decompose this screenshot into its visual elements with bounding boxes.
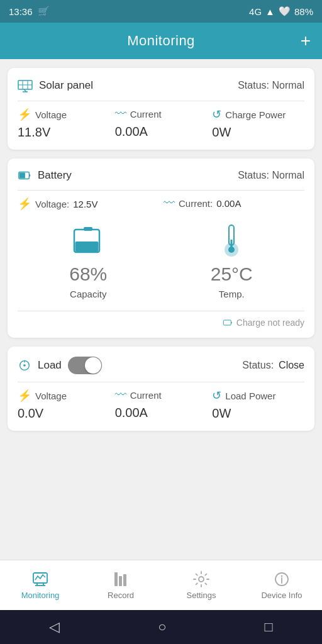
load-power-icon: ↺ bbox=[212, 389, 221, 402]
battery-icon: 🤍 bbox=[279, 6, 291, 17]
load-voltage-metric: ⚡ Voltage 0.0V bbox=[18, 389, 110, 421]
page-title: Monitoring bbox=[127, 33, 195, 49]
battery-divider-2 bbox=[18, 311, 304, 311]
back-button[interactable]: ◁ bbox=[36, 614, 72, 640]
record-nav-icon bbox=[112, 570, 130, 588]
load-power-label: Load Power bbox=[225, 391, 275, 401]
toggle-knob bbox=[85, 357, 101, 374]
battery-temp-value: 25°C bbox=[211, 264, 253, 285]
battery-card: Battery Status: Normal ⚡ Voltage: 12.5V … bbox=[8, 158, 314, 338]
svg-rect-7 bbox=[29, 174, 30, 177]
solar-charge-value: 0W bbox=[212, 125, 231, 140]
bolt-icon: ⚡ bbox=[18, 108, 31, 121]
settings-nav-icon bbox=[192, 570, 210, 588]
svg-rect-8 bbox=[19, 172, 25, 178]
svg-rect-26 bbox=[119, 576, 122, 586]
load-toggle[interactable] bbox=[68, 357, 102, 374]
solar-status-label: Status: bbox=[238, 80, 269, 91]
load-power-metric: ↺ Load Power 0W bbox=[212, 389, 304, 421]
device-info-nav-label: Device Info bbox=[261, 591, 302, 600]
add-button[interactable]: + bbox=[301, 31, 311, 51]
battery-voltage-label: Voltage: bbox=[35, 199, 69, 209]
cart-icon: 🛒 bbox=[38, 6, 50, 17]
battery-temp-item: 25°C Temp. bbox=[211, 222, 253, 299]
solar-panel-card: Solar panel Status: Normal ⚡ Voltage 11.… bbox=[8, 68, 314, 150]
load-status: Status: Close bbox=[242, 360, 304, 371]
svg-point-31 bbox=[281, 575, 282, 577]
battery-status-label: Status: bbox=[238, 170, 269, 180]
record-nav-label: Record bbox=[108, 591, 134, 600]
bolt-icon-batt: ⚡ bbox=[18, 197, 31, 211]
device-info-nav-icon bbox=[273, 570, 291, 588]
charge-not-ready: Charge not ready bbox=[18, 318, 304, 328]
solar-current-label: Current bbox=[130, 109, 162, 119]
battery-status: Status: Normal bbox=[238, 170, 304, 181]
charge-icon: ↺ bbox=[212, 108, 221, 121]
load-icon bbox=[18, 358, 31, 372]
battery-card-header: Battery Status: Normal bbox=[18, 169, 304, 182]
load-card-header: Load Status: Close bbox=[18, 357, 304, 374]
battery-voltage-value-inline: 12.5V bbox=[73, 199, 97, 209]
solar-status-value: Normal bbox=[272, 80, 304, 91]
battery-level: 88% bbox=[294, 6, 313, 17]
battery-divider-1 bbox=[18, 190, 304, 191]
load-power-value: 0W bbox=[212, 406, 231, 421]
recents-button[interactable]: □ bbox=[252, 614, 286, 640]
network-indicator: 4G bbox=[249, 6, 262, 17]
nav-record[interactable]: Record bbox=[80, 565, 161, 605]
load-status-label: Status: bbox=[242, 360, 274, 371]
battery-voltage-label-group: ⚡ Voltage: 12.5V bbox=[18, 197, 97, 211]
battery-current-label-group: 〰 Current: 0.00A bbox=[164, 197, 241, 210]
svg-rect-17 bbox=[231, 322, 231, 324]
nav-device-info[interactable]: Device Info bbox=[242, 565, 322, 605]
load-current-label: Current bbox=[130, 390, 162, 401]
main-content: Solar panel Status: Normal ⚡ Voltage 11.… bbox=[0, 59, 322, 560]
load-title-group: Load bbox=[18, 357, 102, 374]
battery-center-area: 68% Capacity 25°C Temp. bbox=[18, 214, 304, 304]
solar-divider bbox=[18, 101, 304, 101]
nav-settings[interactable]: Settings bbox=[161, 565, 242, 605]
battery-status-value: Normal bbox=[272, 170, 304, 180]
load-voltage-label: Voltage bbox=[35, 391, 67, 401]
status-bar: 13:36 🛒 4G ▲ 🤍 88% bbox=[0, 0, 322, 23]
load-status-value: Close bbox=[279, 360, 304, 371]
solar-panel-status: Status: Normal bbox=[238, 80, 304, 91]
monitoring-nav-label: Monitoring bbox=[21, 591, 60, 600]
solar-panel-header: Solar panel Status: Normal bbox=[18, 78, 304, 93]
svg-rect-16 bbox=[223, 320, 231, 325]
bottom-nav: Monitoring Record Settings Device Info bbox=[0, 560, 322, 610]
solar-charge-label: Charge Power bbox=[225, 109, 286, 120]
load-title: Load bbox=[38, 359, 62, 372]
home-button[interactable]: ○ bbox=[145, 614, 179, 640]
wave-icon-load: 〰 bbox=[115, 389, 126, 402]
load-current-metric: 〰 Current 0.00A bbox=[115, 389, 208, 420]
time-display: 13:36 bbox=[9, 6, 33, 17]
battery-title-group: Battery bbox=[18, 169, 72, 182]
solar-voltage-metric: ⚡ Voltage 11.8V bbox=[18, 108, 110, 140]
system-nav-bar: ◁ ○ □ bbox=[0, 610, 322, 644]
battery-status-icon bbox=[18, 169, 31, 182]
solar-charge-label-group: ↺ Charge Power bbox=[212, 108, 286, 121]
battery-current-value-inline: 0.00A bbox=[216, 198, 241, 209]
load-current-value: 0.00A bbox=[115, 406, 148, 420]
battery-capacity-label: Capacity bbox=[70, 289, 106, 299]
battery-capacity-item: 68% Capacity bbox=[69, 222, 107, 299]
battery-title: Battery bbox=[38, 169, 72, 182]
nav-monitoring[interactable]: Monitoring bbox=[0, 565, 80, 605]
charge-ready-icon bbox=[223, 318, 233, 328]
battery-metrics-row: ⚡ Voltage: 12.5V 〰 Current: 0.00A bbox=[18, 197, 304, 214]
wave-icon: 〰 bbox=[115, 108, 126, 121]
battery-percent-value: 68% bbox=[69, 264, 107, 285]
bolt-icon-load: ⚡ bbox=[18, 389, 31, 402]
load-voltage-value: 0.0V bbox=[18, 406, 43, 421]
solar-voltage-label-group: ⚡ Voltage bbox=[18, 108, 67, 121]
load-metrics: ⚡ Voltage 0.0V 〰 Current 0.00A ↺ Load Po… bbox=[18, 389, 304, 421]
load-current-label-group: 〰 Current bbox=[115, 389, 162, 402]
svg-rect-15 bbox=[231, 240, 233, 250]
solar-current-value: 0.00A bbox=[115, 125, 148, 139]
battery-capacity-icon bbox=[69, 222, 107, 260]
svg-point-28 bbox=[199, 577, 204, 582]
solar-current-metric: 〰 Current 0.00A bbox=[115, 108, 208, 139]
solar-charge-metric: ↺ Charge Power 0W bbox=[212, 108, 304, 140]
wave-icon-batt: 〰 bbox=[164, 197, 175, 210]
